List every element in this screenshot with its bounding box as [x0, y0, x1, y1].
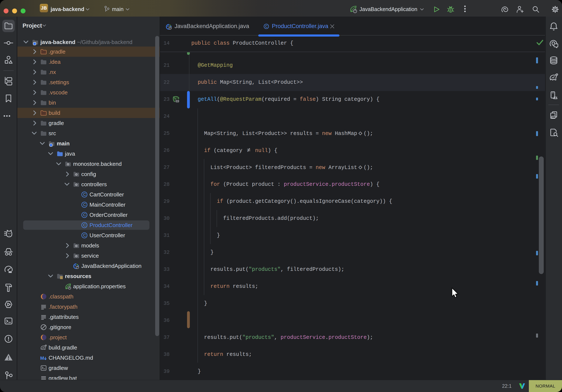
svg-text:C: C [83, 233, 86, 238]
svg-text:C: C [83, 192, 86, 197]
svg-text:M: M [40, 356, 44, 361]
svg-text:C: C [83, 213, 86, 217]
svg-text:C: C [83, 202, 86, 207]
svg-text:C: C [265, 25, 268, 28]
svg-text:C: C [83, 223, 86, 227]
